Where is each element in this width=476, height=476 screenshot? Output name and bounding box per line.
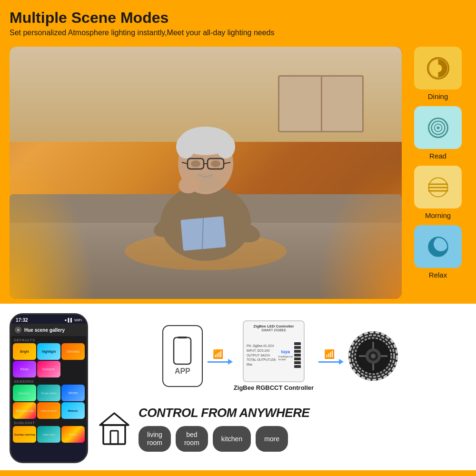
controller-box: ZigBee LED Controller SMART ZIGBEE PN: Z… bbox=[243, 320, 305, 382]
svg-point-25 bbox=[436, 126, 439, 129]
phone-time: 17:32 bbox=[16, 317, 28, 323]
wifi-icon-1: 📶 bbox=[213, 349, 223, 359]
arrow-shaft-2 bbox=[318, 361, 340, 363]
bar-1 bbox=[294, 342, 301, 345]
phone-grid-embe[interactable]: Embe. bbox=[61, 426, 85, 443]
controller-body: PN: ZigBee-01-3CH INPUT: DC5-24V OUTPUT:… bbox=[247, 332, 301, 378]
controller-area: ZigBee LED Controller SMART ZIGBEE PN: Z… bbox=[234, 320, 314, 391]
kitchen-button[interactable]: kitchen bbox=[213, 426, 251, 452]
phone-grid-dimmed[interactable]: Dimmed bbox=[61, 343, 85, 360]
wifi-icon-2: 📶 bbox=[324, 349, 335, 359]
phone-screen: ✕ Hue scene gallery DEFAULTS Bright Nigh… bbox=[11, 324, 87, 443]
home-icon-area bbox=[98, 411, 131, 446]
read-label: Read bbox=[429, 152, 446, 160]
read-icon bbox=[425, 115, 451, 141]
dining-label: Dining bbox=[428, 92, 448, 100]
controller-subtitle: SMART ZIGBEE bbox=[247, 328, 301, 332]
read-icon-box[interactable] bbox=[414, 106, 462, 149]
svg-marker-45 bbox=[100, 413, 129, 425]
app-phone-icon bbox=[173, 337, 192, 365]
scene-item-relax[interactable]: Relax bbox=[409, 225, 466, 279]
control-column: CONTROL FROM ANYWHERE livingroom bedroom… bbox=[139, 406, 309, 452]
led-reel bbox=[345, 327, 402, 385]
svg-point-10 bbox=[216, 135, 235, 159]
bar-4 bbox=[294, 354, 301, 357]
relax-icon-box[interactable] bbox=[414, 225, 462, 268]
phone-grid-sunday[interactable]: Sunday morning bbox=[13, 426, 36, 443]
living-room-button[interactable]: livingroom bbox=[139, 426, 171, 452]
arrow-shaft-1 bbox=[208, 361, 229, 363]
bar-5 bbox=[294, 357, 301, 360]
phone-defaults-label: DEFAULTS bbox=[11, 336, 87, 343]
phone-app-header: ✕ Hue scene gallery bbox=[11, 324, 87, 336]
bedroom-button[interactable]: bedroom bbox=[176, 426, 208, 452]
svg-rect-32 bbox=[178, 337, 187, 338]
page-title: Multiple Scene Modes bbox=[10, 9, 466, 27]
svg-rect-47 bbox=[110, 431, 118, 444]
phone-grid-spring[interactable]: Spring la. bbox=[13, 385, 36, 401]
person-figure bbox=[115, 70, 296, 270]
svg-point-40 bbox=[371, 354, 376, 358]
phone-close-btn[interactable]: ✕ bbox=[15, 327, 21, 333]
phone-grid-lake[interactable]: Lake mist bbox=[37, 426, 60, 443]
phone-grid-bright[interactable]: Bright bbox=[13, 343, 36, 360]
phone-mockup: 17:32 ● ▌▌ WiFi ✕ Hue scene gallery DEFA… bbox=[10, 313, 88, 463]
diagram-section: APP 📶 ZigBee LED Controller SMART ZIGBEE… bbox=[98, 313, 466, 463]
morning-icon bbox=[425, 174, 451, 200]
phone-status-icons: ● ▌▌ WiFi bbox=[64, 318, 82, 322]
svg-point-17 bbox=[211, 160, 220, 167]
warm-light-right bbox=[316, 156, 402, 299]
svg-point-9 bbox=[176, 135, 195, 159]
phone-sunlight-label: SUNLIGHT bbox=[11, 419, 87, 426]
intelligence-label: IntelligenceInside bbox=[278, 355, 293, 361]
phone-grid-midsumm[interactable]: Midsumm. fair bbox=[13, 402, 36, 419]
phone-grid-relax[interactable]: Relax bbox=[13, 361, 36, 377]
room-buttons[interactable]: livingroom bedroom kitchen more bbox=[139, 426, 309, 452]
relax-label: Relax bbox=[429, 271, 447, 279]
photo-background bbox=[10, 47, 402, 299]
bar-2 bbox=[294, 346, 301, 349]
warm-light-left bbox=[10, 156, 95, 299]
phone-grid-winter[interactable]: Winter bbox=[61, 385, 85, 401]
home-icon bbox=[98, 411, 131, 446]
scene-item-dining[interactable]: Dining bbox=[409, 47, 466, 100]
app-label: APP bbox=[175, 367, 190, 376]
led-reel-icon bbox=[347, 330, 399, 382]
svg-rect-31 bbox=[174, 337, 191, 364]
control-anywhere-headline: CONTROL FROM ANYWHERE bbox=[139, 406, 309, 420]
dining-icon-box[interactable] bbox=[414, 47, 462, 89]
phone-status-bar: 17:32 ● ▌▌ WiFi bbox=[11, 315, 87, 324]
svg-rect-46 bbox=[103, 425, 125, 444]
shelf-divider bbox=[321, 77, 322, 131]
arrow-1: 📶 bbox=[208, 349, 229, 363]
morning-icon-box[interactable] bbox=[414, 166, 462, 208]
svg-point-21 bbox=[434, 64, 442, 72]
controller-bars bbox=[294, 342, 301, 368]
phone-app-title: Hue scene gallery bbox=[24, 327, 65, 333]
more-button[interactable]: more bbox=[256, 426, 288, 452]
relax-icon bbox=[425, 234, 451, 260]
bottom-section: 17:32 ● ▌▌ WiFi ✕ Hue scene gallery DEFA… bbox=[0, 304, 476, 470]
page-subtitle: Set personalized Atmosphere lighting ins… bbox=[10, 29, 466, 37]
scene-item-read[interactable]: Read bbox=[409, 106, 466, 160]
main-scene-image bbox=[10, 47, 402, 299]
phone-grid-frosty[interactable]: Frosty dawn bbox=[37, 385, 60, 401]
morning-label: Morning bbox=[425, 211, 451, 219]
phone-seasons-grid: Spring la. Frosty dawn Winter Midsumm. f… bbox=[11, 385, 87, 419]
phone-grid-autumn[interactable]: Autumn gold bbox=[37, 402, 60, 419]
app-flow-diagram: APP 📶 ZigBee LED Controller SMART ZIGBEE… bbox=[98, 313, 466, 398]
phone-grid-concent[interactable]: Concent. bbox=[37, 361, 60, 377]
phone-grid-midwint[interactable]: Midwint. bbox=[61, 402, 85, 419]
scene-sidebar: Dining Read bbox=[409, 47, 466, 299]
phone-grid-nightlight[interactable]: Nightlight bbox=[37, 343, 60, 360]
app-phone-box: APP bbox=[162, 325, 203, 387]
phone-seasons-label: SEASONS bbox=[11, 377, 87, 385]
phone-sunlight-grid: Sunday morning Lake mist Embe. bbox=[11, 426, 87, 443]
controller-title: ZigBee LED Controller bbox=[247, 324, 301, 328]
scene-item-morning[interactable]: Morning bbox=[409, 166, 466, 219]
arrow-2: 📶 bbox=[318, 349, 340, 363]
bar-3 bbox=[294, 350, 301, 353]
phone-defaults-grid: Bright Nightlight Dimmed Relax Concent. bbox=[11, 343, 87, 377]
controller-specs: PN: ZigBee-01-3CH INPUT: DC5-24V OUTPUT:… bbox=[247, 344, 277, 367]
bar-6 bbox=[294, 361, 301, 364]
